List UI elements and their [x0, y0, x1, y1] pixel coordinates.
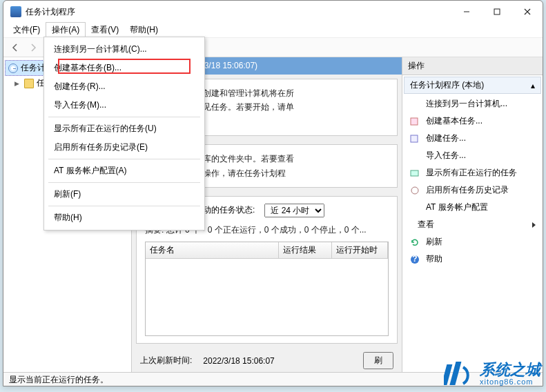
help-icon: ? [409, 254, 420, 265]
action-connect[interactable]: 连接到另一台计算机... [404, 95, 541, 112]
action-label: 刷新 [426, 236, 442, 248]
menu-import-task[interactable]: 导入任务(M)... [44, 96, 204, 115]
action-label: 显示所有正在运行的任务 [426, 167, 517, 179]
action-label: 创建基本任务... [426, 115, 482, 127]
actions-pane-title: 操作 [402, 57, 543, 75]
minimize-button[interactable] [451, 1, 482, 22]
menubar: 文件(F) 操作(A) 查看(V) 帮助(H) [3, 23, 543, 38]
nav-forward-button[interactable] [26, 40, 41, 55]
menu-view[interactable]: 查看(V) [86, 23, 124, 37]
action-enable-history[interactable]: 启用所有任务历史记录 [404, 182, 541, 199]
action-help[interactable]: ? 帮助 [404, 251, 541, 268]
window-controls [451, 1, 543, 22]
menu-help[interactable]: 帮助(H) [44, 208, 204, 227]
menu-action[interactable]: 操作(A) [46, 22, 86, 38]
expand-icon[interactable]: ▶ [14, 80, 21, 87]
app-icon [10, 6, 21, 17]
action-show-running[interactable]: 显示所有正在运行的任务 [404, 164, 541, 182]
last-refresh-value: 2022/3/18 15:06:07 [203, 356, 274, 366]
create-task-icon [409, 133, 420, 144]
action-label: 导入任务... [426, 150, 466, 161]
last-refresh-row: 上次刷新时间: 2022/3/18 15:06:07 刷 [140, 352, 393, 369]
svg-text:?: ? [412, 255, 417, 264]
menu-show-running[interactable]: 显示所有正在运行的任务(U) [44, 119, 204, 138]
tree-root-label: 任务计 [21, 62, 46, 74]
menu-at-service[interactable]: AT 服务帐户配置(A) [44, 161, 204, 180]
at-service-icon [409, 202, 420, 213]
folder-icon [24, 79, 34, 88]
import-icon [409, 150, 420, 161]
menu-file[interactable]: 文件(F) [8, 23, 46, 37]
action-label: 启用所有任务历史记录 [426, 184, 509, 196]
collapse-icon: ▴ [531, 81, 535, 90]
menu-separator [48, 117, 200, 117]
svg-point-11 [411, 187, 418, 194]
task-table: 任务名 运行结果 运行开始时 [145, 242, 389, 336]
action-label: AT 服务帐户配置 [426, 202, 488, 213]
menu-help[interactable]: 帮助(H) [124, 23, 164, 37]
action-at-service[interactable]: AT 服务帐户配置 [404, 199, 541, 216]
status-period-select[interactable]: 近 24 小时 [264, 204, 324, 217]
menu-separator [48, 182, 200, 183]
col-task-name[interactable]: 任务名 [146, 242, 279, 259]
col-run-start[interactable]: 运行开始时 [332, 242, 388, 259]
action-label: 连接到另一台计算机... [426, 98, 507, 110]
last-refresh-label: 上次刷新时间: [140, 355, 192, 366]
action-label: 创建任务... [426, 133, 466, 144]
watermark: 系统之城 xitong86.com [444, 360, 540, 388]
connect-icon [409, 99, 420, 110]
action-create-basic-task[interactable]: 创建基本任务... [404, 112, 541, 130]
menu-connect[interactable]: 连接到另一台计算机(C)... [44, 40, 204, 59]
menu-separator [48, 206, 200, 206]
running-icon [409, 168, 420, 179]
svg-rect-9 [411, 135, 418, 142]
watermark-title: 系统之城 [480, 362, 540, 378]
actions-pane: 操作 任务计划程序 (本地) ▴ 连接到另一台计算机... 创建基本任务... … [402, 57, 543, 372]
action-label: 帮助 [426, 253, 442, 265]
close-button[interactable] [512, 1, 543, 22]
window-title: 任务计划程序 [26, 6, 451, 18]
action-label: 查看 [418, 219, 434, 231]
menu-enable-history[interactable]: 启用所有任务历史记录(E) [44, 138, 204, 157]
refresh-button[interactable]: 刷 [363, 352, 393, 369]
history-icon [409, 185, 420, 196]
maximize-button[interactable] [482, 1, 512, 22]
watermark-url: xitong86.com [480, 378, 540, 386]
svg-rect-1 [494, 9, 500, 14]
action-create-task[interactable]: 创建任务... [404, 130, 541, 147]
submenu-arrow-icon [532, 222, 536, 228]
col-run-result[interactable]: 运行结果 [279, 242, 332, 259]
menu-create-task[interactable]: 创建任务(R)... [44, 77, 204, 96]
action-import-task[interactable]: 导入任务... [404, 147, 541, 164]
watermark-icon [444, 360, 474, 388]
action-menu-dropdown: 连接到另一台计算机(C)... 创建基本任务(B)... 创建任务(R)... … [43, 37, 205, 231]
scheduler-icon [8, 63, 18, 73]
nav-back-button[interactable] [8, 40, 23, 55]
action-view-submenu[interactable]: 查看 [404, 216, 541, 233]
svg-rect-10 [411, 170, 418, 176]
actions-heading-label: 任务计划程序 (本地) [410, 79, 484, 91]
menu-separator [48, 159, 200, 159]
create-basic-icon [409, 116, 420, 127]
action-refresh[interactable]: 刷新 [404, 233, 541, 251]
menu-refresh[interactable]: 刷新(F) [44, 185, 204, 204]
menu-create-basic-task[interactable]: 创建基本任务(B)... [44, 59, 204, 77]
titlebar: 任务计划程序 [3, 1, 543, 23]
svg-rect-8 [411, 118, 418, 125]
refresh-icon [409, 237, 420, 248]
actions-heading[interactable]: 任务计划程序 (本地) ▴ [404, 77, 541, 94]
